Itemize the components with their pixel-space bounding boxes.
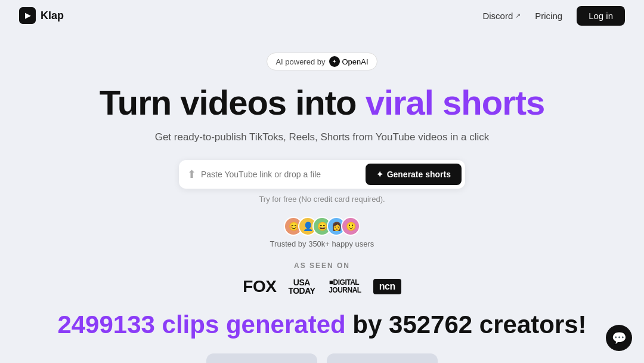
card-1 bbox=[206, 353, 317, 363]
openai-label: OpenAI bbox=[342, 57, 369, 66]
ai-badge: AI powered by ✦ OpenAI bbox=[267, 53, 377, 70]
ai-badge-text: AI powered by bbox=[275, 57, 325, 66]
pricing-link[interactable]: Pricing bbox=[535, 11, 562, 21]
nav-links: Discord ↗ Pricing Log in bbox=[482, 6, 625, 26]
usa-today-logo: USATODAY bbox=[288, 278, 315, 295]
fox-logo: FOX bbox=[243, 277, 276, 296]
pricing-label: Pricing bbox=[535, 11, 562, 21]
upload-icon: ⬆ bbox=[187, 168, 196, 181]
avatar-5: 🙂 bbox=[341, 217, 360, 236]
discord-label: Discord bbox=[482, 11, 513, 21]
headline: Turn videos into viral shorts bbox=[100, 84, 545, 122]
discord-link[interactable]: Discord ↗ bbox=[482, 11, 521, 21]
logo-text: Klap bbox=[41, 10, 64, 22]
generate-btn-label: Generate shorts bbox=[387, 170, 451, 179]
url-input-row: ⬆ ✦ Generate shorts bbox=[179, 160, 465, 189]
main-content: AI powered by ✦ OpenAI Turn videos into … bbox=[0, 31, 644, 363]
try-free-text: Try for free (No credit card required). bbox=[259, 195, 385, 204]
generate-shorts-button[interactable]: ✦ Generate shorts bbox=[366, 164, 462, 185]
logo-icon bbox=[19, 7, 36, 24]
ncn-logo: ncn bbox=[373, 279, 401, 294]
spark-icon: ✦ bbox=[376, 170, 383, 179]
digital-journal-logo: ■DIGITAL JOURNAL bbox=[327, 279, 361, 294]
trusted-text: Trusted by 350k+ happy users bbox=[270, 239, 374, 248]
stats: 2499133 clips generated by 352762 creato… bbox=[33, 310, 610, 339]
headline-part1: Turn videos into bbox=[100, 83, 366, 122]
chat-button[interactable]: 💬 bbox=[606, 325, 632, 351]
brand-logos: FOX USATODAY ■DIGITAL JOURNAL ncn bbox=[243, 277, 401, 296]
bottom-cards bbox=[206, 353, 438, 363]
login-button[interactable]: Log in bbox=[577, 6, 625, 26]
openai-icon: ✦ bbox=[329, 56, 340, 67]
avatars-row: 😊 👤 😄 👩 🙂 bbox=[284, 217, 360, 236]
stats-part2: by 352762 creators! bbox=[346, 310, 587, 339]
youtube-url-input[interactable] bbox=[201, 170, 366, 179]
logo[interactable]: Klap bbox=[19, 7, 64, 24]
as-seen-label: AS SEEN ON bbox=[243, 262, 401, 270]
openai-logo: ✦ OpenAI bbox=[329, 56, 369, 67]
stats-part1: 2499133 clips generated bbox=[57, 310, 345, 339]
as-seen-on: AS SEEN ON FOX USATODAY ■DIGITAL JOURNAL… bbox=[243, 262, 401, 296]
subheadline: Get ready-to-publish TikToks, Reels, Sho… bbox=[155, 131, 490, 143]
headline-part2: viral shorts bbox=[366, 83, 545, 122]
external-link-icon: ↗ bbox=[515, 12, 521, 20]
navbar: Klap Discord ↗ Pricing Log in bbox=[0, 0, 644, 31]
card-2 bbox=[327, 353, 438, 363]
